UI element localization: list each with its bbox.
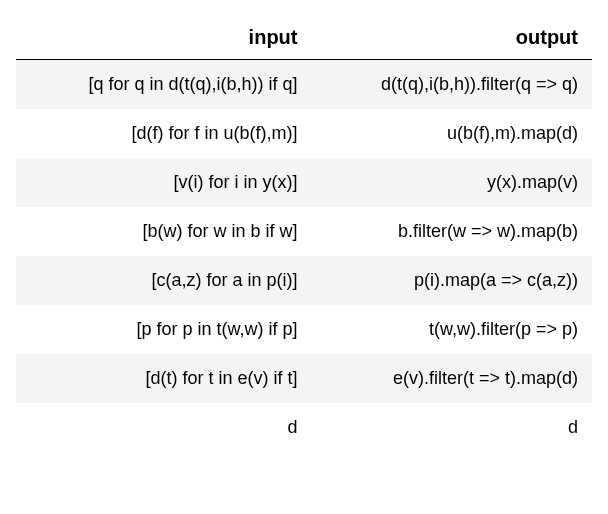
table-row: [d(f) for f in u(b(f),m)]u(b(f),m).map(d… [16, 109, 592, 158]
table-row: [c(a,z) for a in p(i)]p(i).map(a => c(a,… [16, 256, 592, 305]
cell-input: [d(t) for t in e(v) if t] [16, 354, 311, 403]
data-table: input output [q for q in d(t(q),i(b,h)) … [16, 16, 592, 452]
cell-input: [v(i) for i in y(x)] [16, 158, 311, 207]
header-row: input output [16, 16, 592, 60]
cell-output: t(w,w).filter(p => p) [311, 305, 592, 354]
cell-input: [q for q in d(t(q),i(b,h)) if q] [16, 60, 311, 110]
cell-input: [b(w) for w in b if w] [16, 207, 311, 256]
table-row: [b(w) for w in b if w]b.filter(w => w).m… [16, 207, 592, 256]
cell-input: [d(f) for f in u(b(f),m)] [16, 109, 311, 158]
cell-output: u(b(f),m).map(d) [311, 109, 592, 158]
table-row: dd [16, 403, 592, 452]
cell-input: [c(a,z) for a in p(i)] [16, 256, 311, 305]
table-row: [d(t) for t in e(v) if t]e(v).filter(t =… [16, 354, 592, 403]
table-body: [q for q in d(t(q),i(b,h)) if q]d(t(q),i… [16, 60, 592, 453]
cell-input: [p for p in t(w,w) if p] [16, 305, 311, 354]
cell-output: b.filter(w => w).map(b) [311, 207, 592, 256]
table-row: [q for q in d(t(q),i(b,h)) if q]d(t(q),i… [16, 60, 592, 110]
table-row: [v(i) for i in y(x)]y(x).map(v) [16, 158, 592, 207]
cell-output: y(x).map(v) [311, 158, 592, 207]
header-output: output [311, 16, 592, 60]
cell-output: d(t(q),i(b,h)).filter(q => q) [311, 60, 592, 110]
cell-output: d [311, 403, 592, 452]
cell-input: d [16, 403, 311, 452]
cell-output: p(i).map(a => c(a,z)) [311, 256, 592, 305]
cell-output: e(v).filter(t => t).map(d) [311, 354, 592, 403]
table-row: [p for p in t(w,w) if p]t(w,w).filter(p … [16, 305, 592, 354]
header-input: input [16, 16, 311, 60]
